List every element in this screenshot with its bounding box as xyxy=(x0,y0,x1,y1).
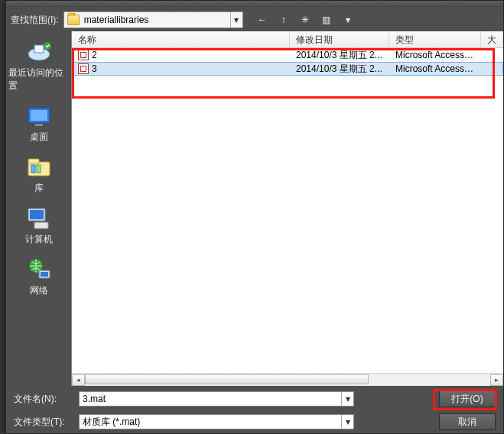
place-recent[interactable]: 最近访问的位置 xyxy=(8,36,70,96)
file-open-dialog: 查找范围(I): ▾ ← ↑ ✳ ▥ ▾ 最近访问的位置 xyxy=(5,0,504,434)
place-library[interactable]: 库 xyxy=(8,151,70,198)
filetype-combo[interactable]: ▾ xyxy=(79,414,354,429)
file-row[interactable]: 3 2014/10/3 星期五 2... Microsoft Access T.… xyxy=(72,62,503,76)
place-label: 桌面 xyxy=(30,131,48,144)
nav-toolbar: ← ↑ ✳ ▥ ▾ xyxy=(255,13,355,27)
database-icon xyxy=(78,63,89,74)
places-bar: 最近访问的位置 桌面 库 计算机 xyxy=(6,31,71,386)
filename-dropdown-icon[interactable]: ▾ xyxy=(341,392,353,406)
file-date: 2014/10/3 星期五 2... xyxy=(290,49,389,62)
file-name: 3 xyxy=(92,63,97,74)
svg-rect-7 xyxy=(28,159,39,164)
file-row[interactable]: 2 2014/10/3 星期五 2... Microsoft Access T.… xyxy=(72,48,503,62)
filetype-dropdown-icon[interactable]: ▾ xyxy=(341,415,353,429)
network-icon xyxy=(24,257,54,283)
path-dropdown-icon[interactable]: ▾ xyxy=(230,12,242,28)
folder-icon xyxy=(67,15,80,25)
place-label: 库 xyxy=(34,182,44,195)
up-icon[interactable]: ↑ xyxy=(277,13,291,27)
new-folder-icon[interactable]: ✳ xyxy=(298,13,312,27)
col-name[interactable]: 名称 xyxy=(72,31,290,47)
col-date[interactable]: 修改日期 xyxy=(290,31,389,47)
scroll-track[interactable] xyxy=(85,374,490,386)
back-icon[interactable]: ← xyxy=(255,13,269,27)
file-date: 2014/10/3 星期五 2... xyxy=(290,63,389,76)
svg-point-2 xyxy=(44,42,51,50)
horizontal-scrollbar[interactable]: ◂ ▸ xyxy=(72,373,503,386)
lookin-label: 查找范围(I): xyxy=(11,14,59,27)
desktop-icon xyxy=(24,103,54,129)
column-headers[interactable]: 名称 修改日期 类型 大 xyxy=(72,31,503,48)
file-listing: 名称 修改日期 类型 大 2 2014/10/3 星期五 2... Micros… xyxy=(71,31,503,386)
lookin-row: 查找范围(I): ▾ ← ↑ ✳ ▥ ▾ xyxy=(6,8,503,31)
place-label: 最近访问的位置 xyxy=(8,66,70,92)
filename-combo[interactable]: ▾ xyxy=(79,391,354,406)
library-icon xyxy=(24,154,54,180)
file-name: 2 xyxy=(92,50,97,60)
svg-rect-4 xyxy=(31,110,47,121)
svg-rect-12 xyxy=(34,222,48,228)
titlebar[interactable] xyxy=(6,1,503,8)
filename-input[interactable] xyxy=(80,394,341,404)
svg-rect-15 xyxy=(41,272,48,277)
computer-icon xyxy=(24,206,54,232)
place-label: 计算机 xyxy=(25,233,53,246)
place-network[interactable]: 网络 xyxy=(8,254,70,300)
svg-rect-1 xyxy=(34,45,44,53)
cancel-button[interactable]: 取消 xyxy=(439,413,496,430)
col-type[interactable]: 类型 xyxy=(389,31,481,47)
filetype-input[interactable] xyxy=(80,416,341,427)
bottom-panel: 文件名(N): ▾ 打开(O) 文件类型(T): ▾ 取消 xyxy=(6,386,503,433)
svg-rect-5 xyxy=(35,124,43,126)
file-type: Microsoft Access T... xyxy=(389,50,481,60)
place-label: 网络 xyxy=(30,284,48,297)
files-area[interactable]: 2 2014/10/3 星期五 2... Microsoft Access T.… xyxy=(72,48,503,373)
views-dropdown-icon[interactable]: ▾ xyxy=(341,13,355,27)
views-icon[interactable]: ▥ xyxy=(320,13,333,27)
database-icon xyxy=(78,50,89,60)
svg-rect-8 xyxy=(31,165,35,173)
scroll-left-icon[interactable]: ◂ xyxy=(72,374,85,386)
file-type: Microsoft Access T... xyxy=(389,63,481,74)
filetype-label: 文件类型(T): xyxy=(14,416,71,429)
open-button[interactable]: 打开(O) xyxy=(439,390,496,407)
scroll-right-icon[interactable]: ▸ xyxy=(490,374,503,386)
scroll-thumb[interactable] xyxy=(85,374,369,384)
path-input[interactable] xyxy=(83,15,230,25)
svg-rect-11 xyxy=(30,210,44,219)
svg-rect-9 xyxy=(37,165,41,173)
path-combo[interactable]: ▾ xyxy=(63,11,243,28)
recent-icon xyxy=(24,39,54,65)
filename-label: 文件名(N): xyxy=(14,393,71,406)
place-desktop[interactable]: 桌面 xyxy=(8,100,70,147)
col-size[interactable]: 大 xyxy=(481,31,503,47)
place-computer[interactable]: 计算机 xyxy=(8,202,70,249)
